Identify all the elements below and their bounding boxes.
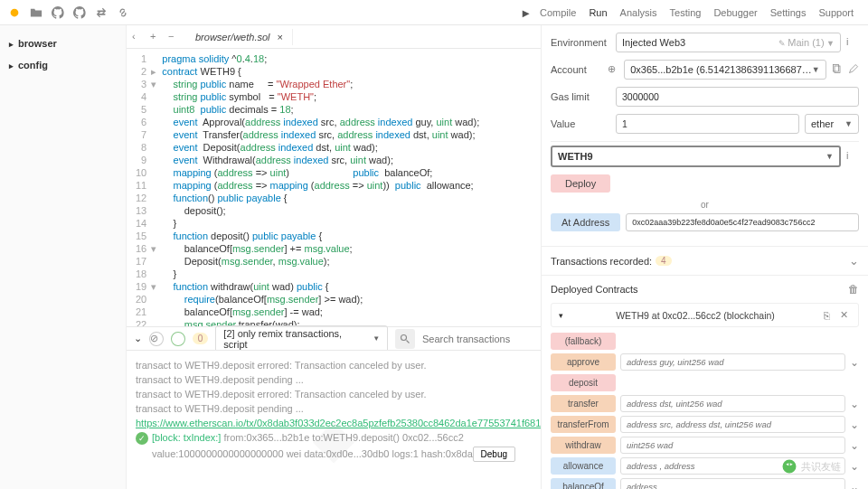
file-tab[interactable]: browser/weth.sol ×: [186, 29, 293, 45]
value-unit-select[interactable]: ether ▼: [805, 114, 859, 134]
nav-tabs: Compile Run Analysis Testing Debugger Se…: [540, 7, 854, 18]
nav-compile[interactable]: Compile: [540, 7, 576, 18]
value-label: Value: [551, 118, 610, 129]
nav-debugger[interactable]: Debugger: [713, 7, 757, 18]
chevron-down-icon[interactable]: ⌄: [850, 356, 859, 369]
transactions-section[interactable]: Transactions recorded: 4 ⌄: [542, 246, 868, 275]
fn-balanceof-button[interactable]: balanceOf: [551, 478, 616, 489]
debug-button[interactable]: Debug: [473, 447, 515, 462]
environment-label: Environment: [551, 37, 610, 48]
log-line: transact to WETH9.deposit errored: Trans…: [136, 389, 532, 400]
plus-icon[interactable]: +: [150, 31, 163, 43]
environment-select[interactable]: Injected Web3 ✎ Main (1) ▼: [616, 33, 841, 52]
chevron-down-icon[interactable]: ⌄: [850, 481, 859, 490]
contract-select-value: WETH9: [558, 151, 593, 162]
etherscan-link[interactable]: https://www.etherscan.io/tx/0x8dab3f033d…: [136, 418, 541, 428]
account-label: Account: [551, 64, 602, 75]
fn-approve-input[interactable]: [620, 353, 845, 371]
github-icon-2[interactable]: [72, 5, 87, 20]
info-icon[interactable]: i: [846, 36, 859, 49]
chevron-down-icon[interactable]: ▾: [559, 311, 563, 320]
copy-icon[interactable]: [832, 63, 843, 76]
nav-support[interactable]: Support: [818, 7, 854, 18]
at-address-button[interactable]: At Address: [551, 213, 620, 231]
file-sidebar: browser config: [0, 25, 127, 489]
copy-icon[interactable]: ⎘: [824, 310, 835, 321]
value-unit: ether: [811, 118, 834, 129]
run-arrow-icon[interactable]: ▸: [523, 5, 529, 20]
account-value: 0x365...b2b1e (6.51421386391136687…: [630, 64, 812, 75]
home-icon[interactable]: [7, 5, 22, 20]
top-toolbar: ▸ Compile Run Analysis Testing Debugger …: [0, 0, 868, 25]
log-filter-select[interactable]: [2] only remix transactions, script ▼: [215, 325, 388, 353]
info-icon[interactable]: i: [846, 150, 859, 163]
success-icon: ✓: [136, 432, 148, 445]
fn-fallback-button[interactable]: (fallback): [551, 333, 616, 350]
log-line: transact to WETH9.deposit pending ...: [136, 374, 532, 385]
log-line: from:0x365...b2b1e to:WETH9.deposit() 0x…: [224, 432, 464, 443]
trash-icon[interactable]: 🗑: [848, 283, 859, 296]
fn-transfer-input[interactable]: [620, 395, 845, 412]
contract-instance-header[interactable]: ▾ WETH9 at 0xc02...56cc2 (blockchain) ⎘ …: [551, 303, 859, 327]
gas-limit-input[interactable]: [616, 87, 859, 107]
editor-tabbar: ‹ + − browser/weth.sol ×: [127, 25, 541, 49]
deployed-label: Deployed Contracts: [551, 284, 638, 295]
fn-withdraw-input[interactable]: [620, 437, 845, 454]
fn-transferfrom-button[interactable]: transferFrom: [551, 416, 616, 433]
chevron-down-icon: ▼: [844, 119, 853, 128]
minus-icon[interactable]: −: [168, 31, 181, 43]
fn-transferfrom-input[interactable]: [620, 416, 845, 433]
search-icon[interactable]: [395, 329, 415, 349]
deploy-button[interactable]: Deploy: [551, 174, 610, 193]
nav-analysis[interactable]: Analysis: [620, 7, 657, 18]
account-select[interactable]: 0x365...b2b1e (6.51421386391136687… ▼: [624, 60, 826, 80]
close-icon[interactable]: ✕: [840, 309, 851, 321]
fn-allowance-button[interactable]: allowance: [551, 457, 616, 475]
collapse-icon[interactable]: ‹: [132, 31, 145, 43]
fn-transfer-button[interactable]: transfer: [551, 395, 616, 412]
plus-circle-icon[interactable]: ⊕: [608, 63, 618, 76]
link-icon[interactable]: [116, 5, 130, 20]
fn-deposit-button[interactable]: deposit: [551, 374, 616, 391]
edit-icon[interactable]: [848, 63, 859, 76]
chevron-down-icon: ⌄: [849, 254, 859, 268]
chevron-down-icon[interactable]: ⌄: [850, 439, 859, 452]
clear-icon[interactable]: ⊘: [149, 332, 164, 346]
pending-icon[interactable]: [171, 332, 185, 346]
at-address-input[interactable]: [626, 213, 859, 231]
terminal-log[interactable]: ◆ transact to WETH9.deposit errored: Tra…: [127, 350, 541, 489]
chevron-down-icon[interactable]: ⌄: [850, 418, 859, 431]
log-line: transact to WETH9.deposit errored: Trans…: [136, 360, 532, 371]
sidebar-item-config[interactable]: config: [0, 54, 126, 76]
folder-icon[interactable]: [29, 5, 43, 20]
svg-point-0: [11, 8, 19, 16]
code-editor[interactable]: 1 2 ▸3 ▾4 5 6 7 8 9 10 11 12 13 14 15 16…: [127, 49, 541, 326]
svg-point-1: [401, 334, 407, 340]
sidebar-item-browser[interactable]: browser: [0, 33, 126, 54]
search-input[interactable]: [422, 334, 533, 344]
or-label: or: [551, 200, 859, 210]
swap-icon[interactable]: [94, 5, 108, 20]
github-icon[interactable]: [51, 5, 65, 20]
chevron-down-icon[interactable]: ⌄: [850, 398, 859, 410]
nav-run[interactable]: Run: [589, 7, 607, 18]
warning-badge: 0: [193, 333, 209, 344]
run-panel: Environment Injected Web3 ✎ Main (1) ▼ i…: [541, 25, 868, 489]
chevron-down-icon[interactable]: ⌄: [850, 460, 859, 473]
value-input[interactable]: [616, 114, 799, 134]
nav-settings[interactable]: Settings: [770, 7, 807, 18]
fn-withdraw-button[interactable]: withdraw: [551, 437, 616, 454]
log-filter-label: [2] only remix transactions, script: [223, 328, 367, 350]
log-block-label: [block: txIndex:]: [152, 432, 221, 443]
fn-approve-button[interactable]: approve: [551, 353, 616, 371]
close-icon[interactable]: ×: [278, 32, 283, 42]
pencil-icon[interactable]: ✎ Main (1) ▼: [778, 37, 835, 48]
chevron-down-icon: ▼: [812, 65, 820, 74]
chevron-down-icon[interactable]: ⌄: [134, 333, 142, 344]
gas-limit-label: Gas limit: [551, 91, 610, 102]
file-tab-label: browser/weth.sol: [195, 32, 270, 42]
nav-testing[interactable]: Testing: [670, 7, 702, 18]
contract-select[interactable]: WETH9 ▼: [551, 146, 841, 167]
transactions-count: 4: [656, 256, 672, 266]
fn-balanceof-input[interactable]: [620, 478, 845, 489]
